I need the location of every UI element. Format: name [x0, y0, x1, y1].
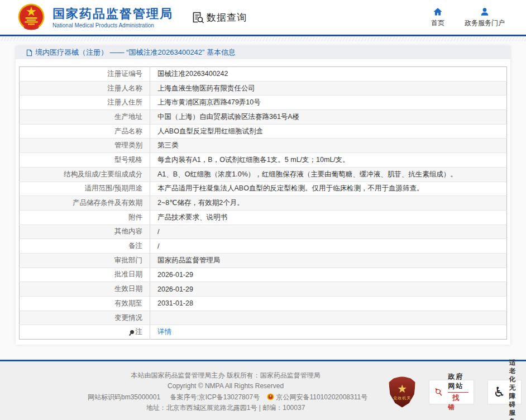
- table-row: 注册人名称上海血液生物医药有限责任公司: [20, 81, 507, 96]
- breadcrumb-text: 境内医疗器械（注册） —— “国械注准20263400242” 基本信息: [35, 47, 236, 58]
- row-label: 审批部门: [20, 253, 150, 268]
- row-label: 适用范围/预期用途: [20, 182, 150, 196]
- find-error-magnifier-icon: [434, 385, 444, 399]
- org-name-zh: 国家药品监督管理局: [52, 7, 173, 21]
- org-name-en: National Medical Products Administration: [52, 22, 173, 28]
- accessibility-line1: 适老化: [509, 359, 517, 384]
- row-value: 详情: [150, 325, 507, 340]
- footer-line3: 网站标识码bm35000001 备案序号:京ICP备13027807号 京公网安…: [84, 392, 367, 403]
- row-label: 注: [20, 325, 150, 340]
- table-row: 注册证编号国械注准20263400242: [20, 67, 507, 82]
- table-row: 产品名称人ABO血型反定型用红细胞试剂盒: [20, 124, 507, 139]
- site-footer: 本站由国家药品监督管理局主办 版权所有：国家药品监督管理局 Copyright …: [0, 360, 526, 420]
- footer-line2: Copyright © NMPA All Rights Reserved: [84, 381, 367, 392]
- row-label: 有效期至: [20, 297, 150, 311]
- nav-gov-portal[interactable]: 政务服务门户: [465, 7, 505, 28]
- footer-line4: 地址：北京市西城区展览路北露园1号 | 邮编：100037: [84, 403, 367, 414]
- row-value: 中国（上海）自由贸易试验区法赛路361号A楼: [150, 110, 507, 125]
- accessibility-badge[interactable]: ♿ 适老化 无障碍服务: [487, 380, 522, 404]
- row-value: /: [150, 239, 507, 254]
- row-label: 结构及组成/主要组成成分: [20, 167, 150, 182]
- find-error-subtitle: 找错: [448, 393, 468, 412]
- footer-site-code: 网站标识码bm35000001: [88, 393, 160, 401]
- nav-home[interactable]: 首页: [431, 7, 444, 28]
- row-label: 其他内容: [20, 225, 150, 239]
- breadcrumb: 境内医疗器械（注册） —— “国械注准20263400242” 基本信息: [16, 46, 510, 59]
- row-value: 人ABO血型反定型用红细胞试剂盒: [150, 124, 507, 139]
- row-label: 注册证编号: [20, 67, 150, 82]
- row-value: 2031-01-28: [150, 297, 507, 311]
- row-label: 生产地址: [20, 110, 150, 125]
- table-row: 注详情: [20, 325, 507, 340]
- site-header: 国家药品监督管理局 National Medical Products Admi…: [0, 0, 526, 35]
- row-value: 本产品适用于柱凝集法人ABO血型的反定型检测。仅用于临床检测，不用于血源筛查。: [150, 182, 507, 196]
- row-value: 国械注准20263400242: [150, 67, 507, 82]
- row-value: 国家药品监督管理局: [150, 253, 507, 268]
- table-row: 批准日期2026-01-29: [20, 268, 507, 282]
- table-row: 生效日期2026-01-29: [20, 282, 507, 297]
- registration-info-table: 注册证编号国械注准20263400242注册人名称上海血液生物医药有限责任公司注…: [19, 66, 507, 340]
- table-row: 有效期至2031-01-28: [20, 297, 507, 311]
- nav-gov-portal-label: 政务服务门户: [465, 18, 505, 28]
- row-label: 备注: [20, 239, 150, 254]
- info-table-body: 注册证编号国械注准20263400242注册人名称上海血液生物医药有限责任公司注…: [20, 67, 507, 340]
- user-icon: [480, 7, 490, 17]
- row-label: 产品储存条件及有效期: [20, 196, 150, 211]
- row-label: 生效日期: [20, 282, 150, 297]
- table-row: 型号规格每盒内装有A1，B，O试剂红细胞各1支。5 mL/支；10mL/支。: [20, 153, 507, 168]
- table-row: 结构及组成/主要组成成分A1、B、O红细胞（浓度1.0%），红细胞保存液（主要由…: [20, 167, 507, 182]
- row-value: [150, 311, 507, 325]
- data-query-nav[interactable]: 数据查询: [191, 11, 247, 24]
- row-label: 批准日期: [20, 268, 150, 282]
- party-gov-badge[interactable]: ★ 党政机关: [389, 376, 415, 408]
- table-row: 审批部门国家药品监督管理局: [20, 253, 507, 268]
- wheelchair-icon: ♿: [493, 385, 505, 399]
- data-query-label: 数据查询: [207, 11, 247, 24]
- table-row: 管理类别第三类: [20, 139, 507, 153]
- row-value: 第三类: [150, 139, 507, 153]
- footer-text: 本站由国家药品监督管理局主办 版权所有：国家药品监督管理局 Copyright …: [84, 370, 367, 414]
- content-panel: 境内医疗器械（注册） —— “国械注准20263400242” 基本信息 注册证…: [16, 46, 510, 345]
- row-label: 变更情况: [20, 311, 150, 325]
- nav-home-label: 首页: [431, 18, 444, 28]
- row-label: 注册人住所: [20, 96, 150, 110]
- national-emblem-icon: [17, 3, 46, 32]
- row-label: 管理类别: [20, 139, 150, 153]
- table-row: 产品储存条件及有效期2~8℃储存，有效期2个月。: [20, 196, 507, 211]
- row-label: 产品名称: [20, 124, 150, 139]
- row-label: 附件: [20, 210, 150, 225]
- footer-line1: 本站由国家药品监督管理局主办 版权所有：国家药品监督管理局: [84, 370, 367, 381]
- home-icon: [433, 7, 443, 17]
- row-value: 2026-01-29: [150, 268, 507, 282]
- document-icon: [26, 49, 33, 56]
- main-area: 境内医疗器械（注册） —— “国械注准20263400242” 基本信息 注册证…: [0, 41, 526, 345]
- lamp-icon: [130, 330, 134, 334]
- row-value: 每盒内装有A1，B，O试剂红细胞各1支。5 mL/支；10mL/支。: [150, 153, 507, 168]
- row-value: 上海血液生物医药有限责任公司: [150, 81, 507, 96]
- row-value: /: [150, 225, 507, 239]
- site-logo[interactable]: 国家药品监督管理局 National Medical Products Admi…: [17, 3, 173, 32]
- footer-gongan-number[interactable]: 京公网安备11010202008311号: [276, 393, 367, 401]
- stripe-band: [0, 36, 526, 41]
- detail-link[interactable]: 详情: [157, 328, 171, 336]
- table-row: 生产地址中国（上海）自由贸易试验区法赛路361号A楼: [20, 110, 507, 125]
- table-row: 注册人住所上海市黄浦区南京西路479弄10号: [20, 96, 507, 110]
- row-value: 产品技术要求、说明书: [150, 210, 507, 225]
- row-value: 2~8℃储存，有效期2个月。: [150, 196, 507, 211]
- find-error-badge[interactable]: 政府网站 找错: [429, 380, 474, 404]
- table-row: 备注/: [20, 239, 507, 254]
- table-row: 其他内容/: [20, 225, 507, 239]
- find-error-title: 政府网站: [448, 372, 468, 393]
- table-row: 附件产品技术要求、说明书: [20, 210, 507, 225]
- gongan-badge-icon: [267, 393, 274, 400]
- party-gov-badge-label: 党政机关: [393, 395, 411, 401]
- row-value: 上海市黄浦区南京西路479弄10号: [150, 96, 507, 110]
- table-row: 适用范围/预期用途本产品适用于柱凝集法人ABO血型的反定型检测。仅用于临床检测，…: [20, 182, 507, 196]
- row-value: 2026-01-29: [150, 282, 507, 297]
- data-search-icon: [191, 11, 204, 24]
- footer-icp-number[interactable]: 备案序号:京ICP备13027807号: [170, 393, 260, 401]
- table-row: 变更情况: [20, 311, 507, 325]
- row-value: A1、B、O红细胞（浓度1.0%），红细胞保存液（主要由葡萄糖、缓冲液、肌苷、抗…: [150, 167, 507, 182]
- row-label: 型号规格: [20, 153, 150, 168]
- footer-badges: ★ 党政机关 政府网站 找错 ♿ 适老化 无障碍服务: [389, 376, 522, 408]
